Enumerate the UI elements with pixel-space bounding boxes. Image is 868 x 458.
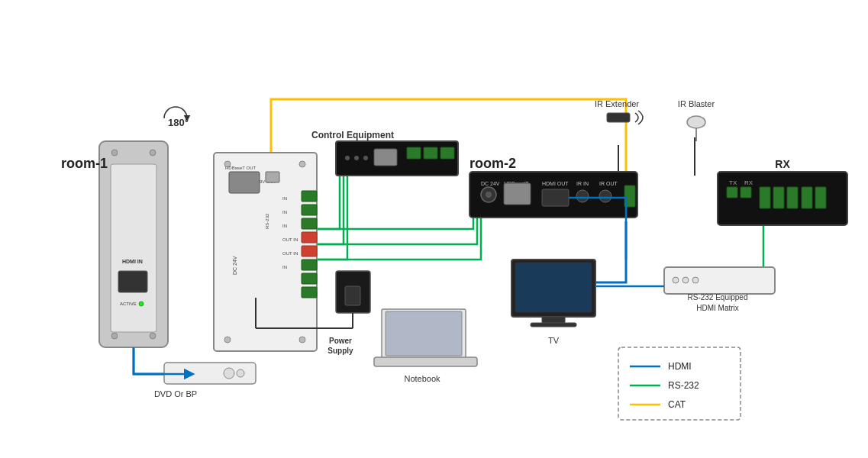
angle-label: 180° (168, 117, 189, 128)
svg-point-5 (150, 150, 156, 156)
svg-rect-33 (302, 273, 317, 284)
svg-rect-84 (773, 187, 784, 208)
svg-rect-34 (302, 287, 317, 298)
svg-rect-86 (802, 187, 812, 208)
svg-text:IN: IN (282, 210, 287, 214)
ir-blaster-label: IR Blaster (678, 99, 715, 108)
svg-text:IN: IN (282, 224, 287, 228)
svg-text:HDMI OUT: HDMI OUT (542, 181, 569, 186)
svg-text:RX: RX (744, 179, 753, 186)
legend-cat: CAT (668, 399, 686, 410)
svg-point-69 (599, 190, 611, 202)
svg-text:HDMI IN: HDMI IN (122, 259, 143, 264)
svg-point-76 (687, 116, 705, 128)
svg-point-19 (224, 337, 231, 343)
svg-text:DC 24V: DC 24V (232, 256, 237, 275)
tv-label: TV (548, 336, 560, 345)
power-supply-label: Power (329, 337, 352, 345)
svg-rect-56 (374, 357, 477, 366)
svg-text:DC 24V: DC 24V (481, 181, 500, 186)
svg-rect-82 (741, 187, 751, 198)
notebook-label: Notebook (404, 374, 440, 383)
svg-rect-50 (374, 149, 397, 166)
svg-point-49 (363, 156, 368, 160)
svg-text:IN: IN (282, 196, 287, 201)
room1-label: room-1 (61, 156, 108, 171)
svg-rect-29 (302, 218, 317, 229)
svg-rect-81 (727, 187, 737, 198)
svg-point-89 (673, 277, 679, 283)
svg-text:TX: TX (729, 179, 737, 186)
hdmi-matrix-label2: HDMI Matrix (696, 304, 739, 312)
svg-rect-74 (531, 323, 576, 327)
svg-point-20 (299, 337, 305, 343)
svg-rect-31 (302, 246, 317, 256)
svg-text:OUT IN: OUT IN (282, 237, 298, 242)
svg-point-48 (354, 156, 359, 160)
svg-point-67 (576, 190, 589, 202)
rx-label: RX (775, 158, 790, 170)
svg-rect-55 (386, 311, 462, 356)
svg-rect-28 (302, 205, 317, 215)
svg-text:ACTIVE: ACTIVE (120, 302, 137, 306)
svg-point-4 (111, 150, 118, 156)
legend-hdmi: HDMI (668, 361, 692, 372)
svg-point-6 (111, 333, 118, 339)
svg-text:HDBaseT OUT: HDBaseT OUT (225, 166, 257, 170)
svg-rect-32 (302, 260, 317, 270)
svg-rect-21 (229, 172, 260, 193)
dvd-label: DVD Or BP (154, 389, 197, 398)
svg-rect-9 (118, 271, 147, 292)
svg-text:RS-232: RS-232 (265, 213, 269, 229)
svg-text:OUT IN: OUT IN (282, 251, 298, 256)
svg-rect-30 (302, 232, 317, 243)
power-supply-label2: Supply (328, 347, 353, 355)
svg-rect-87 (815, 187, 826, 208)
svg-rect-85 (787, 187, 798, 208)
svg-rect-24 (266, 172, 279, 182)
svg-text:IN: IN (282, 265, 287, 269)
svg-rect-51 (407, 147, 421, 159)
svg-point-90 (682, 277, 689, 283)
svg-rect-27 (302, 191, 317, 202)
diagram: HDMI IN ACTIVE 180° room-1 DVD Or BP HDB… (0, 0, 868, 458)
control-equipment-label: Control Equipment (311, 130, 394, 140)
svg-rect-63 (504, 183, 531, 205)
svg-rect-73 (542, 317, 565, 323)
hdmi-matrix-label: RS-232 Equipped (688, 293, 748, 302)
svg-rect-72 (515, 263, 592, 312)
svg-point-14 (224, 368, 234, 379)
svg-point-59 (486, 192, 492, 198)
legend-rs232: RS-232 (668, 380, 699, 391)
svg-rect-88 (664, 267, 775, 294)
svg-rect-53 (440, 147, 454, 159)
svg-point-91 (692, 277, 699, 283)
svg-text:IR OUT: IR OUT (599, 181, 618, 186)
svg-rect-83 (760, 187, 770, 208)
room2-label: room-2 (469, 156, 516, 171)
svg-rect-65 (542, 189, 569, 206)
svg-point-15 (237, 369, 244, 377)
ir-extender-label: IR Extender (595, 99, 639, 108)
svg-rect-52 (424, 147, 437, 159)
svg-text:IR IN: IR IN (576, 181, 589, 186)
svg-point-7 (150, 333, 156, 339)
svg-rect-42 (345, 286, 360, 305)
svg-rect-8 (111, 164, 156, 332)
svg-point-18 (299, 161, 305, 167)
svg-point-47 (345, 156, 350, 160)
svg-point-12 (139, 302, 144, 306)
svg-rect-75 (607, 113, 630, 122)
